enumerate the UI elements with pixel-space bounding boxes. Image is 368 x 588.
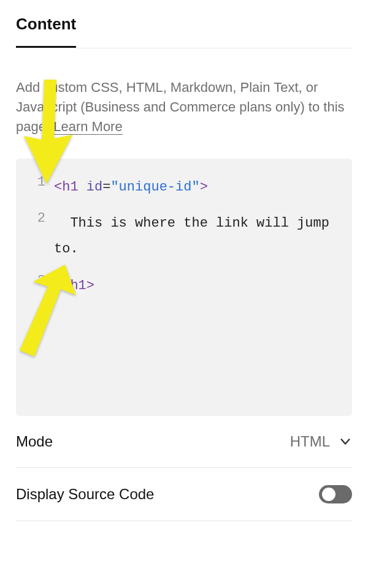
code-token: "unique-id" bbox=[110, 179, 199, 195]
learn-more-link[interactable]: Learn More bbox=[53, 119, 123, 135]
code-content: </h1> bbox=[54, 273, 341, 299]
line-number: 3 bbox=[27, 273, 45, 288]
mode-value: HTML bbox=[290, 433, 330, 450]
line-number: 1 bbox=[27, 175, 45, 190]
chevron-down-icon bbox=[339, 435, 352, 448]
code-content: This is where the link will jump to. bbox=[54, 211, 341, 262]
code-line: 3 </h1> bbox=[27, 273, 341, 299]
code-line: 2 This is where the link will jump to. bbox=[27, 211, 341, 262]
display-source-label: Display Source Code bbox=[16, 486, 154, 503]
display-source-toggle[interactable] bbox=[319, 485, 352, 503]
intro-text: Add custom CSS, HTML, Markdown, Plain Te… bbox=[16, 78, 352, 137]
mode-label: Mode bbox=[16, 433, 53, 450]
code-token: </ bbox=[54, 278, 70, 293]
line-number: 2 bbox=[27, 211, 45, 226]
code-token: = bbox=[102, 179, 110, 195]
toggle-knob bbox=[322, 488, 335, 501]
code-line: 1 <h1 id="unique-id"> bbox=[27, 175, 341, 200]
code-content: <h1 id="unique-id"> bbox=[54, 175, 341, 200]
mode-row[interactable]: Mode HTML bbox=[16, 416, 352, 468]
tab-content[interactable]: Content bbox=[16, 15, 76, 48]
code-token: > bbox=[86, 278, 94, 293]
tab-divider bbox=[16, 48, 352, 48]
code-token: id bbox=[86, 179, 102, 195]
code-token: h1 bbox=[70, 278, 86, 293]
display-source-row: Display Source Code bbox=[16, 468, 352, 521]
code-token: < bbox=[54, 179, 62, 195]
code-editor[interactable]: 1 <h1 id="unique-id"> 2 This is where th… bbox=[16, 159, 352, 416]
code-token: h1 bbox=[62, 179, 78, 195]
code-token: > bbox=[200, 179, 208, 195]
